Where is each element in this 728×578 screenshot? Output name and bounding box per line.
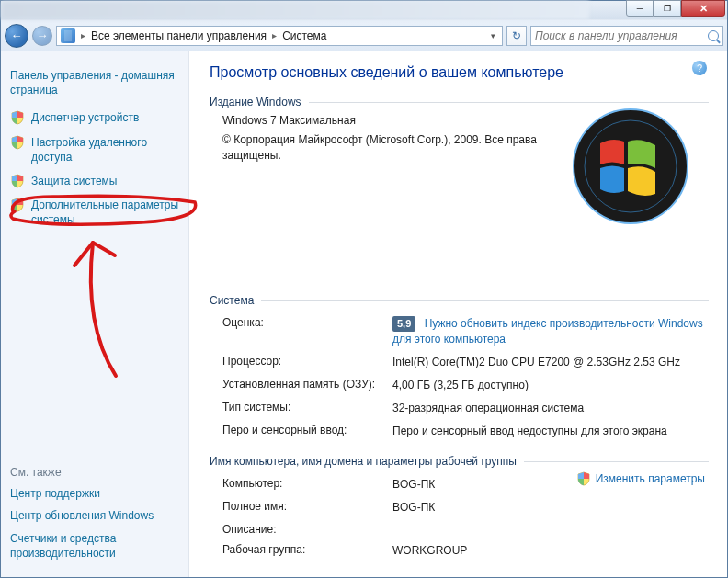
address-box[interactable]: ▸ Все элементы панели управления ▸ Систе… [56,26,503,46]
shield-icon [10,135,25,150]
sidebar-item-label: Защита системы [31,174,117,188]
close-button[interactable]: ✕ [681,0,725,17]
address-bar: ▸ Все элементы панели управления ▸ Систе… [1,20,727,51]
body: Панель управления - домашняя страница Ди… [1,51,727,577]
breadcrumb-item[interactable]: Все элементы панели управления [91,29,267,42]
fullname-value: BOG-ПК [392,500,709,516]
sidebar: Панель управления - домашняя страница Ди… [1,51,189,577]
breadcrumb-sep: ▸ [81,30,85,40]
workgroup-label: Рабочая группа: [222,543,392,559]
sidebar-item-system-protection[interactable]: Защита системы [10,174,179,188]
sidebar-item-remote-settings[interactable]: Настройка удаленного доступа [10,135,179,164]
windows-logo [562,97,700,235]
computer-label: Компьютер: [222,477,392,493]
titlebar-blur [1,1,589,19]
shield-icon [576,471,591,486]
sidebar-item-advanced-settings[interactable]: Дополнительные параметры системы [10,198,179,227]
shield-icon [10,174,25,188]
sidebar-footer: См. также Центр поддержки Центр обновлен… [10,457,179,568]
systype-value: 32-разрядная операционная система [392,401,709,416]
section-activation-legend: Активация Windows [210,575,319,577]
address-dropdown-icon[interactable]: ▾ [488,31,498,40]
search-icon [708,30,719,41]
section-naming-legend: Имя компьютера, имя домена и параметры р… [210,455,524,468]
sidebar-link-update[interactable]: Центр обновления Windows [10,508,179,523]
section-edition-legend: Издание Windows [210,96,309,108]
pen-label: Перо и сенсорный ввод: [222,424,392,439]
sidebar-item-label: Дополнительные параметры системы [31,198,179,227]
rating-update-link[interactable]: Нужно обновить индекс производительности… [392,317,703,346]
ram-value: 4,00 ГБ (3,25 ГБ доступно) [392,378,709,393]
systype-label: Тип системы: [222,401,392,416]
breadcrumb-sep: ▸ [272,30,277,40]
control-panel-icon [61,28,75,43]
sidebar-link-perf[interactable]: Счетчики и средства производительности [10,531,179,561]
sidebar-footer-header: См. также [10,466,179,479]
nav-back-button[interactable] [5,24,28,48]
sidebar-link-support[interactable]: Центр поддержки [10,486,179,501]
change-settings-link[interactable]: Изменить параметры [576,471,705,486]
system-properties-window: ─ ❐ ✕ ▸ Все элементы панели управления ▸… [0,0,728,578]
search-placeholder: Поиск в панели управления [535,29,677,42]
cpu-value: Intel(R) Core(TM)2 Duo CPU E7200 @ 2.53G… [392,355,709,370]
section-activation: Активация Windows [210,575,709,577]
nav-forward-button[interactable] [32,26,52,46]
fullname-label: Полное имя: [222,500,392,516]
help-button[interactable]: ? [692,61,707,75]
sidebar-home-link[interactable]: Панель управления - домашняя страница [10,68,179,97]
section-edition: Издание Windows [210,96,709,281]
sidebar-item-device-manager[interactable]: Диспетчер устройств [10,110,179,125]
page-title: Просмотр основных сведений о вашем компь… [210,64,709,81]
content-area: ? Просмотр основных сведений о вашем ком… [189,51,727,577]
section-system-legend: Система [210,294,261,307]
section-system: Система Оценка: 5,9 Нужно обновить индек… [210,294,709,442]
window-controls: ─ ❐ ✕ [626,0,725,17]
shield-icon [10,198,25,212]
sidebar-item-label: Диспетчер устройств [31,110,139,125]
maximize-button[interactable]: ❐ [654,0,681,17]
rating-label: Оценка: [222,316,392,347]
refresh-button[interactable]: ↻ [506,26,527,46]
shield-icon [10,110,25,125]
minimize-button[interactable]: ─ [626,0,654,17]
section-naming: Имя компьютера, имя домена и параметры р… [210,455,709,561]
change-settings-label: Изменить параметры [596,472,705,485]
copyright-text: © Корпорация Майкрософт (Microsoft Corp.… [222,132,553,164]
desc-value [392,523,709,536]
workgroup-value: WORKGROUP [392,543,709,559]
cpu-label: Процессор: [222,355,392,370]
rating-badge: 5,9 [392,316,415,332]
breadcrumb-item[interactable]: Система [282,29,326,42]
sidebar-item-label: Настройка удаленного доступа [31,135,179,164]
titlebar: ─ ❐ ✕ [1,1,727,20]
desc-label: Описание: [222,523,392,536]
ram-label: Установленная память (ОЗУ): [222,378,392,393]
computer-value: BOG-ПК [392,477,576,493]
pen-value: Перо и сенсорный ввод недоступны для это… [392,424,709,439]
search-box[interactable]: Поиск в панели управления [530,26,723,46]
